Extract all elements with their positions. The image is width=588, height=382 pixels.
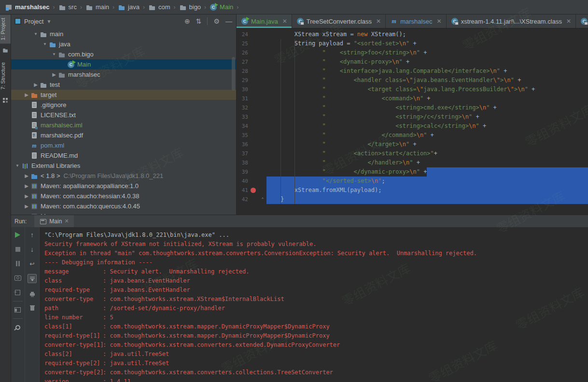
gutter[interactable]: 42⌃ <box>237 195 266 204</box>
tree-arrow-icon[interactable]: ▼ <box>41 42 49 46</box>
clear-all-button[interactable] <box>28 304 36 312</box>
chevron-down-icon[interactable]: ▼ <box>46 19 51 24</box>
tool-window-structure[interactable]: 7: Structure <box>0 59 11 93</box>
breakpoint-slot[interactable] <box>248 103 259 112</box>
exit-button[interactable] <box>14 288 22 297</box>
tree-row-external-libraries[interactable]: ▼External Libraries <box>11 161 236 171</box>
breakpoint-slot[interactable] <box>248 57 259 67</box>
breakpoint-slot[interactable] <box>248 112 259 122</box>
code-area[interactable]: 24 XStream xStream = new XStream();25 St… <box>237 28 588 215</box>
tree-arrow-icon[interactable]: ▶ <box>32 82 40 87</box>
gutter[interactable]: 35 <box>237 131 266 140</box>
pause-output-button[interactable] <box>14 259 22 268</box>
breakpoint-slot[interactable] <box>248 30 259 39</box>
collapse-all-icon[interactable]: ⇅ <box>196 17 202 25</box>
tree-row-main[interactable]: ▼main <box>11 29 236 39</box>
thread-dump-button[interactable] <box>14 274 22 282</box>
breakpoint-slot[interactable] <box>248 94 259 103</box>
breakpoint-slot[interactable] <box>248 67 259 76</box>
stop-button[interactable] <box>14 245 22 253</box>
close-icon[interactable]: ✕ <box>437 18 442 25</box>
gutter[interactable]: 24 <box>237 30 266 39</box>
locate-icon[interactable]: ⊕ <box>184 17 190 25</box>
tree-row-pom-xml[interactable]: pom.xml <box>11 140 236 150</box>
breadcrumb-item-main[interactable]: main <box>85 3 109 11</box>
tree-row-marshalsec-iml[interactable]: marshalsec.iml <box>11 120 236 130</box>
editor-tab-main-java[interactable]: Main.java✕ <box>237 14 292 28</box>
gutter[interactable]: 25 <box>237 39 266 48</box>
gutter[interactable]: 33 <box>237 112 266 122</box>
tree-row-maven-com-caucho-quercus-4-0-45[interactable]: ▶Maven: com.caucho:quercus:4.0.45 <box>11 201 236 211</box>
breadcrumb-item-src[interactable]: src <box>58 3 77 11</box>
tree-arrow-icon[interactable]: ▶ <box>50 72 58 77</box>
run-console[interactable]: "C:\Program Files\Java\jdk1.8.0_221\bin\… <box>40 227 588 382</box>
gutter[interactable]: 36 <box>237 140 266 149</box>
down-stack-button[interactable]: ↓ <box>28 245 36 253</box>
gutter[interactable]: 26 <box>237 48 266 57</box>
gutter[interactable]: 37 <box>237 149 266 158</box>
gutter[interactable]: 29 <box>237 76 266 85</box>
gutter[interactable]: 31 <box>237 94 266 103</box>
editor-tab-marshalsec[interactable]: marshalsec✕ <box>386 14 447 28</box>
gutter[interactable]: 38 <box>237 158 266 167</box>
tree-row-readme-md[interactable]: README.md <box>11 150 236 161</box>
tree-scrollbar[interactable] <box>232 57 235 91</box>
tree-row-marshalsec[interactable]: ▶marshalsec <box>11 69 236 80</box>
editor-tab-xstream-1-4-11-jar-xstream-class[interactable]: xstream-1.4.11.jar!\...\XStream.class✕ <box>447 14 576 28</box>
gutter[interactable]: 34 <box>237 122 266 131</box>
close-icon[interactable]: ✕ <box>566 18 571 25</box>
breadcrumb-item-com[interactable]: com <box>148 3 170 11</box>
up-stack-button[interactable]: ↑ <box>28 231 36 239</box>
tree-row-maven-com-caucho-hessian-4-0-38[interactable]: ▶Maven: com.caucho:hessian:4.0.38 <box>11 191 236 201</box>
breakpoint-slot[interactable] <box>248 122 259 131</box>
tree-row-target[interactable]: ▶target <box>11 90 236 100</box>
project-toolwindow-icon[interactable] <box>2 47 9 54</box>
close-icon[interactable]: ✕ <box>282 18 287 25</box>
close-icon[interactable]: ✕ <box>376 18 381 25</box>
breakpoint-slot[interactable] <box>248 195 259 204</box>
fold-marker-icon[interactable]: ⌃ <box>259 195 266 204</box>
structure-toolwindow-icon[interactable] <box>1 96 9 104</box>
tree-row-maven-[interactable]: ▶Maven: <box>11 211 236 215</box>
tree-row--gitignore[interactable]: .gitignore <box>11 100 236 110</box>
scroll-to-end-button[interactable] <box>28 274 37 283</box>
restore-layout-button[interactable] <box>14 306 22 314</box>
breakpoint-slot[interactable] <box>248 39 259 48</box>
breakpoint-slot[interactable] <box>248 48 259 57</box>
tree-row-marshalsec-pdf[interactable]: ?marshalsec.pdf <box>11 130 236 140</box>
tree-arrow-icon[interactable]: ▶ <box>23 173 30 178</box>
tree-arrow-icon[interactable]: ▶ <box>23 193 30 199</box>
breakpoint-slot[interactable] <box>248 167 259 177</box>
tree-arrow-icon[interactable]: ▼ <box>14 164 21 168</box>
breadcrumb-item-marshalsec[interactable]: marshalsec <box>5 3 50 11</box>
breakpoint-slot[interactable] <box>248 85 259 94</box>
breadcrumb-item-bigo[interactable]: bigo <box>179 3 201 11</box>
breakpoint-slot[interactable] <box>248 177 259 186</box>
tree-row-test[interactable]: ▶test <box>11 80 236 90</box>
tree-arrow-icon[interactable]: ▶ <box>23 183 30 189</box>
breakpoint-slot[interactable] <box>248 158 259 167</box>
tree-arrow-icon[interactable]: ▶ <box>23 204 30 209</box>
pin-button[interactable] <box>14 323 22 331</box>
breakpoint-slot[interactable] <box>248 76 259 85</box>
breadcrumb-item-main[interactable]: Main <box>210 3 233 11</box>
print-button[interactable] <box>28 289 36 298</box>
tree-row--1-8-[interactable]: ▶< 1.8 >C:\Program Files\Java\jdk1.8.0_2… <box>11 171 236 181</box>
gutter[interactable]: 30 <box>237 85 266 94</box>
tree-row-java[interactable]: ▼java <box>11 39 236 49</box>
close-icon[interactable]: ✕ <box>64 218 69 224</box>
breakpoint-slot[interactable] <box>248 140 259 149</box>
rerun-button[interactable] <box>14 231 22 239</box>
tree-row-maven-aopalliance-aopalliance-1-0[interactable]: ▶Maven: aopalliance:aopalliance:1.0 <box>11 181 236 191</box>
soft-wrap-button[interactable]: ↩ <box>28 259 36 268</box>
editor-tab-treeun[interactable]: TreeUn <box>576 14 588 28</box>
breadcrumb-item-java[interactable]: java <box>118 3 140 11</box>
tree-row-com-bigo[interactable]: ▼com.bigo <box>11 49 236 59</box>
tree-row-main[interactable]: Main <box>11 59 236 69</box>
settings-gear-icon[interactable]: ⚙ <box>213 17 220 25</box>
editor-tab-treesetconverter-class[interactable]: TreeSetConverter.class✕ <box>292 14 386 28</box>
breakpoint-slot[interactable] <box>248 131 259 140</box>
gutter[interactable]: 39 <box>237 167 266 177</box>
gutter[interactable]: 41 <box>237 186 266 195</box>
gutter[interactable]: 40 <box>237 177 266 186</box>
